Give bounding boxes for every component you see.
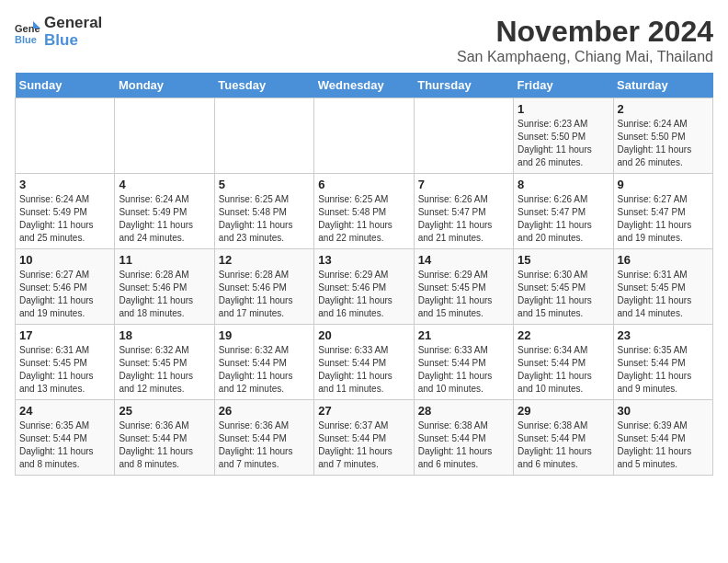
day-cell: 22Sunrise: 6:34 AM Sunset: 5:44 PM Dayli… bbox=[514, 325, 613, 400]
day-number: 11 bbox=[119, 253, 210, 267]
logo-blue: Blue bbox=[44, 32, 102, 50]
day-cell: 9Sunrise: 6:27 AM Sunset: 5:47 PM Daylig… bbox=[613, 174, 712, 249]
day-cell: 26Sunrise: 6:36 AM Sunset: 5:44 PM Dayli… bbox=[214, 400, 313, 476]
day-info: Sunrise: 6:31 AM Sunset: 5:45 PM Dayligh… bbox=[618, 269, 709, 320]
day-cell bbox=[16, 98, 115, 174]
day-number: 5 bbox=[219, 178, 310, 191]
day-info: Sunrise: 6:32 AM Sunset: 5:44 PM Dayligh… bbox=[219, 344, 310, 396]
day-cell: 25Sunrise: 6:36 AM Sunset: 5:44 PM Dayli… bbox=[115, 400, 214, 476]
day-number: 2 bbox=[618, 102, 709, 116]
day-info: Sunrise: 6:34 AM Sunset: 5:44 PM Dayligh… bbox=[518, 344, 609, 396]
day-cell: 1Sunrise: 6:23 AM Sunset: 5:50 PM Daylig… bbox=[514, 98, 613, 174]
day-number: 25 bbox=[119, 404, 210, 418]
day-info: Sunrise: 6:35 AM Sunset: 5:44 PM Dayligh… bbox=[19, 419, 110, 471]
day-number: 24 bbox=[19, 404, 110, 418]
day-number: 20 bbox=[318, 328, 409, 342]
day-number: 1 bbox=[518, 102, 609, 116]
day-info: Sunrise: 6:24 AM Sunset: 5:49 PM Dayligh… bbox=[119, 193, 210, 245]
day-cell bbox=[214, 98, 313, 174]
calendar-table: SundayMondayTuesdayWednesdayThursdayFrid… bbox=[15, 73, 713, 476]
day-info: Sunrise: 6:37 AM Sunset: 5:44 PM Dayligh… bbox=[318, 419, 409, 471]
day-info: Sunrise: 6:24 AM Sunset: 5:50 PM Dayligh… bbox=[618, 118, 709, 169]
week-row-3: 10Sunrise: 6:27 AM Sunset: 5:46 PM Dayli… bbox=[16, 249, 713, 325]
day-cell: 23Sunrise: 6:35 AM Sunset: 5:44 PM Dayli… bbox=[613, 325, 712, 400]
day-cell: 29Sunrise: 6:38 AM Sunset: 5:44 PM Dayli… bbox=[514, 400, 613, 476]
day-cell: 5Sunrise: 6:25 AM Sunset: 5:48 PM Daylig… bbox=[214, 174, 313, 249]
day-number: 16 bbox=[618, 253, 709, 267]
day-info: Sunrise: 6:36 AM Sunset: 5:44 PM Dayligh… bbox=[119, 419, 210, 471]
header-cell-monday: Monday bbox=[115, 73, 214, 98]
page-subtitle: San Kamphaeng, Chiang Mai, Thailand bbox=[457, 49, 713, 65]
day-cell: 14Sunrise: 6:29 AM Sunset: 5:45 PM Dayli… bbox=[414, 249, 513, 325]
day-cell: 19Sunrise: 6:32 AM Sunset: 5:44 PM Dayli… bbox=[214, 325, 313, 400]
day-info: Sunrise: 6:28 AM Sunset: 5:46 PM Dayligh… bbox=[119, 269, 210, 320]
logo-general: General bbox=[44, 15, 102, 32]
day-cell: 27Sunrise: 6:37 AM Sunset: 5:44 PM Dayli… bbox=[314, 400, 414, 476]
day-info: Sunrise: 6:32 AM Sunset: 5:45 PM Dayligh… bbox=[119, 344, 210, 396]
day-number: 9 bbox=[618, 178, 709, 191]
svg-text:Blue: Blue bbox=[15, 34, 37, 45]
day-cell bbox=[115, 98, 214, 174]
day-info: Sunrise: 6:25 AM Sunset: 5:48 PM Dayligh… bbox=[318, 193, 409, 245]
day-cell: 3Sunrise: 6:24 AM Sunset: 5:49 PM Daylig… bbox=[16, 174, 115, 249]
day-cell: 8Sunrise: 6:26 AM Sunset: 5:47 PM Daylig… bbox=[514, 174, 613, 249]
day-cell: 20Sunrise: 6:33 AM Sunset: 5:44 PM Dayli… bbox=[314, 325, 414, 400]
header-cell-friday: Friday bbox=[514, 73, 613, 98]
day-info: Sunrise: 6:23 AM Sunset: 5:50 PM Dayligh… bbox=[518, 118, 609, 169]
logo-wordmark: General Blue bbox=[44, 15, 102, 49]
header-cell-saturday: Saturday bbox=[613, 73, 712, 98]
day-cell: 6Sunrise: 6:25 AM Sunset: 5:48 PM Daylig… bbox=[314, 174, 414, 249]
day-info: Sunrise: 6:24 AM Sunset: 5:49 PM Dayligh… bbox=[19, 193, 110, 245]
day-cell: 28Sunrise: 6:38 AM Sunset: 5:44 PM Dayli… bbox=[414, 400, 513, 476]
day-info: Sunrise: 6:36 AM Sunset: 5:44 PM Dayligh… bbox=[219, 419, 310, 471]
day-number: 13 bbox=[318, 253, 409, 267]
week-row-1: 1Sunrise: 6:23 AM Sunset: 5:50 PM Daylig… bbox=[16, 98, 713, 174]
header-cell-tuesday: Tuesday bbox=[214, 73, 313, 98]
day-cell: 16Sunrise: 6:31 AM Sunset: 5:45 PM Dayli… bbox=[613, 249, 712, 325]
day-info: Sunrise: 6:28 AM Sunset: 5:46 PM Dayligh… bbox=[219, 269, 310, 320]
day-info: Sunrise: 6:26 AM Sunset: 5:47 PM Dayligh… bbox=[518, 193, 609, 245]
day-number: 23 bbox=[618, 328, 709, 342]
day-info: Sunrise: 6:29 AM Sunset: 5:46 PM Dayligh… bbox=[318, 269, 409, 320]
calendar-header: SundayMondayTuesdayWednesdayThursdayFrid… bbox=[16, 73, 713, 98]
day-number: 12 bbox=[219, 253, 310, 267]
day-cell: 2Sunrise: 6:24 AM Sunset: 5:50 PM Daylig… bbox=[613, 98, 712, 174]
day-info: Sunrise: 6:38 AM Sunset: 5:44 PM Dayligh… bbox=[418, 419, 509, 471]
day-number: 7 bbox=[418, 178, 509, 191]
day-info: Sunrise: 6:26 AM Sunset: 5:47 PM Dayligh… bbox=[418, 193, 509, 245]
day-number: 28 bbox=[418, 404, 509, 418]
day-info: Sunrise: 6:27 AM Sunset: 5:47 PM Dayligh… bbox=[618, 193, 709, 245]
day-cell: 15Sunrise: 6:30 AM Sunset: 5:45 PM Dayli… bbox=[514, 249, 613, 325]
day-number: 14 bbox=[418, 253, 509, 267]
day-cell: 11Sunrise: 6:28 AM Sunset: 5:46 PM Dayli… bbox=[115, 249, 214, 325]
day-number: 17 bbox=[19, 328, 110, 342]
day-info: Sunrise: 6:25 AM Sunset: 5:48 PM Dayligh… bbox=[219, 193, 310, 245]
week-row-5: 24Sunrise: 6:35 AM Sunset: 5:44 PM Dayli… bbox=[16, 400, 713, 476]
header-cell-wednesday: Wednesday bbox=[314, 73, 414, 98]
calendar-body: 1Sunrise: 6:23 AM Sunset: 5:50 PM Daylig… bbox=[16, 98, 713, 476]
title-area: November 2024 San Kamphaeng, Chiang Mai,… bbox=[457, 15, 713, 65]
day-number: 22 bbox=[518, 328, 609, 342]
day-cell bbox=[314, 98, 414, 174]
day-cell: 30Sunrise: 6:39 AM Sunset: 5:44 PM Dayli… bbox=[613, 400, 712, 476]
day-cell: 12Sunrise: 6:28 AM Sunset: 5:46 PM Dayli… bbox=[214, 249, 313, 325]
day-cell: 4Sunrise: 6:24 AM Sunset: 5:49 PM Daylig… bbox=[115, 174, 214, 249]
day-cell: 7Sunrise: 6:26 AM Sunset: 5:47 PM Daylig… bbox=[414, 174, 513, 249]
day-info: Sunrise: 6:27 AM Sunset: 5:46 PM Dayligh… bbox=[19, 269, 110, 320]
day-cell: 10Sunrise: 6:27 AM Sunset: 5:46 PM Dayli… bbox=[16, 249, 115, 325]
header-row: SundayMondayTuesdayWednesdayThursdayFrid… bbox=[16, 73, 713, 98]
day-number: 29 bbox=[518, 404, 609, 418]
day-cell: 21Sunrise: 6:33 AM Sunset: 5:44 PM Dayli… bbox=[414, 325, 513, 400]
logo: General Blue General Blue bbox=[15, 15, 102, 49]
day-cell: 13Sunrise: 6:29 AM Sunset: 5:46 PM Dayli… bbox=[314, 249, 414, 325]
day-number: 26 bbox=[219, 404, 310, 418]
day-number: 19 bbox=[219, 328, 310, 342]
day-number: 18 bbox=[119, 328, 210, 342]
day-cell: 18Sunrise: 6:32 AM Sunset: 5:45 PM Dayli… bbox=[115, 325, 214, 400]
day-number: 6 bbox=[318, 178, 409, 191]
day-info: Sunrise: 6:38 AM Sunset: 5:44 PM Dayligh… bbox=[518, 419, 609, 471]
day-number: 27 bbox=[318, 404, 409, 418]
day-number: 15 bbox=[518, 253, 609, 267]
day-info: Sunrise: 6:29 AM Sunset: 5:45 PM Dayligh… bbox=[418, 269, 509, 320]
day-info: Sunrise: 6:30 AM Sunset: 5:45 PM Dayligh… bbox=[518, 269, 609, 320]
